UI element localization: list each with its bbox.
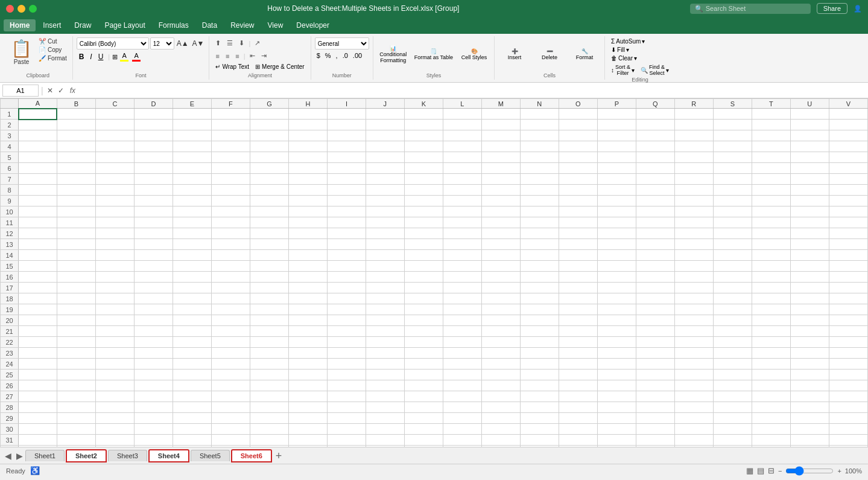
cell-A19[interactable] bbox=[19, 304, 57, 315]
cell-C3[interactable] bbox=[95, 130, 134, 141]
cell-O31[interactable] bbox=[559, 435, 597, 446]
cell-E30[interactable] bbox=[173, 424, 211, 435]
cell-T9[interactable] bbox=[752, 196, 790, 206]
cell-O5[interactable] bbox=[559, 152, 597, 163]
cell-V9[interactable] bbox=[829, 196, 867, 206]
cell-C1[interactable] bbox=[95, 109, 134, 120]
cell-H11[interactable] bbox=[288, 217, 327, 228]
cell-O26[interactable] bbox=[559, 380, 597, 391]
cell-E4[interactable] bbox=[173, 141, 211, 152]
cell-O10[interactable] bbox=[559, 206, 597, 217]
cell-F11[interactable] bbox=[211, 217, 250, 228]
col-header-V[interactable]: V bbox=[829, 99, 867, 109]
format-cell-button[interactable]: 🔧 Format bbox=[568, 37, 601, 71]
cell-P16[interactable] bbox=[597, 272, 636, 283]
cell-V15[interactable] bbox=[829, 261, 867, 272]
cell-O8[interactable] bbox=[559, 185, 597, 196]
cell-K32[interactable] bbox=[404, 446, 443, 447]
cell-I2[interactable] bbox=[327, 120, 366, 130]
cell-B23[interactable] bbox=[57, 348, 95, 359]
cell-P24[interactable] bbox=[597, 359, 636, 370]
cell-J10[interactable] bbox=[366, 206, 404, 217]
cell-J13[interactable] bbox=[366, 239, 404, 250]
cell-K12[interactable] bbox=[404, 228, 443, 239]
cell-Q26[interactable] bbox=[636, 380, 674, 391]
cell-E11[interactable] bbox=[173, 217, 211, 228]
cell-H16[interactable] bbox=[288, 272, 327, 283]
cell-D22[interactable] bbox=[134, 337, 173, 348]
cell-S18[interactable] bbox=[713, 293, 752, 304]
cell-O16[interactable] bbox=[559, 272, 597, 283]
cell-V20[interactable] bbox=[829, 315, 867, 326]
cell-Q24[interactable] bbox=[636, 359, 674, 370]
col-header-J[interactable]: J bbox=[366, 99, 404, 109]
cell-S15[interactable] bbox=[713, 261, 752, 272]
cell-I19[interactable] bbox=[327, 304, 366, 315]
cell-E17[interactable] bbox=[173, 283, 211, 293]
cell-U9[interactable] bbox=[790, 196, 829, 206]
cell-B10[interactable] bbox=[57, 206, 95, 217]
cell-L4[interactable] bbox=[443, 141, 481, 152]
cell-G23[interactable] bbox=[250, 348, 288, 359]
cell-C18[interactable] bbox=[95, 293, 134, 304]
cell-C8[interactable] bbox=[95, 185, 134, 196]
cell-D24[interactable] bbox=[134, 359, 173, 370]
cell-K13[interactable] bbox=[404, 239, 443, 250]
cell-T17[interactable] bbox=[752, 283, 790, 293]
cell-H13[interactable] bbox=[288, 239, 327, 250]
cell-V18[interactable] bbox=[829, 293, 867, 304]
cell-F30[interactable] bbox=[211, 424, 250, 435]
cell-G4[interactable] bbox=[250, 141, 288, 152]
col-header-P[interactable]: P bbox=[597, 99, 636, 109]
cell-B19[interactable] bbox=[57, 304, 95, 315]
cell-E15[interactable] bbox=[173, 261, 211, 272]
menu-draw[interactable]: Draw bbox=[68, 19, 97, 31]
page-layout-view-button[interactable]: ▤ bbox=[757, 466, 764, 475]
cell-M4[interactable] bbox=[481, 141, 520, 152]
cell-E10[interactable] bbox=[173, 206, 211, 217]
cell-M17[interactable] bbox=[481, 283, 520, 293]
cell-J15[interactable] bbox=[366, 261, 404, 272]
cell-P23[interactable] bbox=[597, 348, 636, 359]
cell-L17[interactable] bbox=[443, 283, 481, 293]
cell-I1[interactable] bbox=[327, 109, 366, 120]
cell-I27[interactable] bbox=[327, 391, 366, 402]
cell-O19[interactable] bbox=[559, 304, 597, 315]
cell-I4[interactable] bbox=[327, 141, 366, 152]
cell-H5[interactable] bbox=[288, 152, 327, 163]
cell-O1[interactable] bbox=[559, 109, 597, 120]
cell-L6[interactable] bbox=[443, 163, 481, 174]
cell-M14[interactable] bbox=[481, 250, 520, 261]
cell-Q22[interactable] bbox=[636, 337, 674, 348]
cell-P8[interactable] bbox=[597, 185, 636, 196]
cell-R1[interactable] bbox=[674, 109, 713, 120]
cell-A15[interactable] bbox=[19, 261, 57, 272]
cell-J23[interactable] bbox=[366, 348, 404, 359]
cell-C12[interactable] bbox=[95, 228, 134, 239]
cell-R5[interactable] bbox=[674, 152, 713, 163]
cell-R7[interactable] bbox=[674, 174, 713, 185]
format-as-table-button[interactable]: 🗒️ Format as Table bbox=[412, 37, 455, 71]
cell-P13[interactable] bbox=[597, 239, 636, 250]
cell-G19[interactable] bbox=[250, 304, 288, 315]
cell-N23[interactable] bbox=[520, 348, 559, 359]
cell-R3[interactable] bbox=[674, 130, 713, 141]
cell-O29[interactable] bbox=[559, 413, 597, 424]
cell-A7[interactable] bbox=[19, 174, 57, 185]
cell-U4[interactable] bbox=[790, 141, 829, 152]
row-num-2[interactable]: 2 bbox=[1, 120, 19, 130]
cell-U18[interactable] bbox=[790, 293, 829, 304]
cell-G21[interactable] bbox=[250, 326, 288, 337]
cell-E6[interactable] bbox=[173, 163, 211, 174]
cell-F19[interactable] bbox=[211, 304, 250, 315]
cell-N10[interactable] bbox=[520, 206, 559, 217]
cell-M12[interactable] bbox=[481, 228, 520, 239]
cell-L7[interactable] bbox=[443, 174, 481, 185]
cell-M1[interactable] bbox=[481, 109, 520, 120]
cell-V1[interactable] bbox=[829, 109, 867, 120]
cell-Q1[interactable] bbox=[636, 109, 674, 120]
cell-J30[interactable] bbox=[366, 424, 404, 435]
cell-P5[interactable] bbox=[597, 152, 636, 163]
cell-G28[interactable] bbox=[250, 402, 288, 413]
cell-Q21[interactable] bbox=[636, 326, 674, 337]
